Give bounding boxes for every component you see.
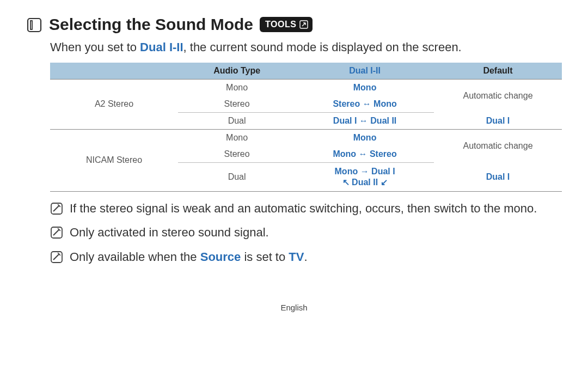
note3-pre: Only available when the [70,250,200,264]
cell-default: Dual I [434,162,562,191]
page-title: Selecting the Sound Mode [49,15,253,34]
note-text: If the stereo signal is weak and an auto… [70,200,537,220]
cell-audio: Dual [178,112,296,129]
table-header-row: Audio Type Dual I-II Default [50,63,562,80]
cell-default: Automatic change [434,129,562,162]
table-row: NICAM Stereo Mono Mono Automatic change [50,129,562,146]
heading-row: Selecting the Sound Mode TOOLS [26,15,562,34]
note3-post: . [304,250,307,264]
sound-mode-table: Audio Type Dual I-II Default A2 Stereo M… [50,63,562,192]
intro-text: When you set to Dual I-II, the current s… [50,39,562,56]
notes-section: If the stereo signal is weak and an auto… [50,200,562,268]
cell-dual-line2: ↖ Dual II ↙ [342,178,388,187]
cell-audio: Mono [178,79,296,96]
note-item: Only activated in stereo sound signal. [50,224,562,243]
page-footer: English [26,303,562,312]
note-item: If the stereo signal is weak and an auto… [50,200,562,220]
tools-icon [299,20,308,29]
note3-source: Source [200,250,241,264]
note3-mid: is set to [241,250,289,264]
th-blank [50,63,178,80]
note-item: Only available when the Source is set to… [50,249,562,268]
group-label-nicam: NICAM Stereo [50,129,178,191]
th-default: Default [434,63,562,80]
cell-dual: Mono → Dual I ↖ Dual II ↙ [296,162,434,191]
note-text: Only activated in stereo sound signal. [70,224,269,243]
book-icon [26,17,42,33]
th-audio-type: Audio Type [178,63,296,80]
note3-tv: TV [289,250,304,264]
cell-audio: Stereo [178,96,296,113]
intro-post: , the current sound mode is displayed on… [183,40,462,54]
svg-rect-1 [30,21,32,29]
cell-dual-line1: Mono → Dual I [335,167,395,176]
table-row: A2 Stereo Mono Mono Automatic change [50,79,562,96]
cell-audio: Dual [178,162,296,191]
cell-default: Dual I [434,112,562,129]
cell-dual: Mono [296,129,434,146]
cell-dual: Mono [296,79,434,96]
cell-audio: Mono [178,129,296,146]
tools-label: TOOLS [265,20,296,29]
intro-emph: Dual I-II [140,40,183,54]
th-dual: Dual I-II [296,63,434,80]
cell-audio: Stereo [178,146,296,163]
note-icon [50,226,63,243]
note-icon [50,251,63,268]
note-icon [50,202,63,220]
group-label-a2: A2 Stereo [50,79,178,129]
note-text: Only available when the Source is set to… [70,249,308,268]
intro-pre: When you set to [50,40,140,54]
cell-dual: Dual I ↔ Dual II [296,112,434,129]
cell-default: Automatic change [434,79,562,112]
cell-dual: Mono ↔ Stereo [296,146,434,163]
cell-dual: Stereo ↔ Mono [296,96,434,113]
svg-rect-0 [28,19,41,32]
tools-badge: TOOLS [260,17,313,32]
